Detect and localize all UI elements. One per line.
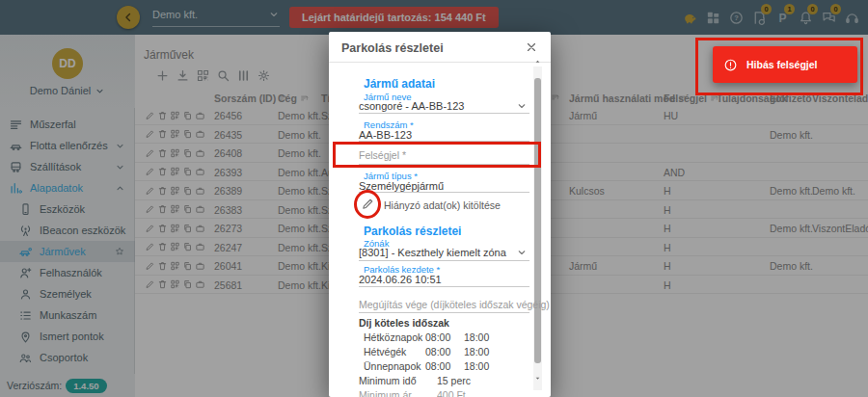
fee-from-value: 08:00: [425, 360, 450, 372]
fill-missing-data-link[interactable]: Hiányzó adat(ok) kitöltése: [384, 199, 501, 211]
partial-row-label: Minimum ár: [359, 389, 412, 397]
fee-from-value: 08:00: [425, 346, 450, 357]
exclamation-icon: [723, 58, 738, 72]
min-time-value: 15 perc: [437, 375, 471, 386]
modal-title: Parkolás részletei: [341, 41, 444, 55]
toast-message: Hibás felségjel: [746, 59, 818, 70]
fee-day-label: Hétköznapok: [364, 331, 422, 343]
edit-pencil-icon[interactable]: [361, 197, 375, 211]
fee-day-label: Hétvégék: [364, 346, 406, 357]
field-underline: [359, 286, 529, 287]
scroll-up-icon[interactable]: [533, 57, 542, 66]
section-vehicle-heading: Jármű adatai: [364, 77, 435, 91]
field-underline: [359, 192, 529, 193]
vehicle-name-select[interactable]: csongoré - AA-BB-123: [359, 100, 464, 112]
plate-input[interactable]: AA-BB-123: [359, 129, 412, 141]
field-underline: [359, 164, 529, 165]
renew-end-input-empty[interactable]: Megújítás vége (díjköteles időszak végéi…: [359, 299, 550, 310]
app-screen: Demo kft. Lejárt határidejű tartozás: 15…: [0, 0, 868, 397]
fee-from-value: 08:00: [425, 331, 450, 343]
fee-to-value: 18:00: [464, 360, 489, 372]
divider: [329, 62, 551, 63]
parking-start-input[interactable]: 2024.06.26 10:51: [359, 274, 442, 285]
field-underline: [359, 141, 529, 142]
scroll-down-icon[interactable]: [533, 374, 542, 383]
zones-select[interactable]: [8301] - Keszthely kiemelt zóna: [359, 247, 506, 258]
fee-day-label: Ünnepnapok: [364, 360, 421, 372]
parking-details-modal: Parkolás részletei Jármű adatai Jármű ne…: [329, 32, 551, 397]
min-time-label: Minimum idő: [359, 375, 417, 386]
fee-to-value: 18:00: [464, 346, 489, 357]
scrollbar-thumb[interactable]: [534, 78, 541, 363]
error-toast: Hibás felségjel: [713, 46, 857, 83]
chevron-down-icon: [516, 247, 528, 258]
chevron-down-icon: [516, 100, 528, 112]
partial-row-value: 400 Ft: [437, 389, 466, 397]
field-underline: [359, 260, 529, 261]
vehicle-type-input[interactable]: Személygépjármű: [359, 180, 444, 192]
field-underline: [359, 312, 529, 313]
fee-period-title: Díj köteles időszak: [359, 317, 449, 329]
field-underline: [359, 113, 529, 114]
section-parking-heading: Parkolás részletei: [364, 225, 461, 238]
flag-input-empty[interactable]: Felségjel *: [359, 149, 406, 161]
fee-to-value: 18:00: [464, 331, 489, 343]
close-icon[interactable]: [525, 40, 538, 54]
